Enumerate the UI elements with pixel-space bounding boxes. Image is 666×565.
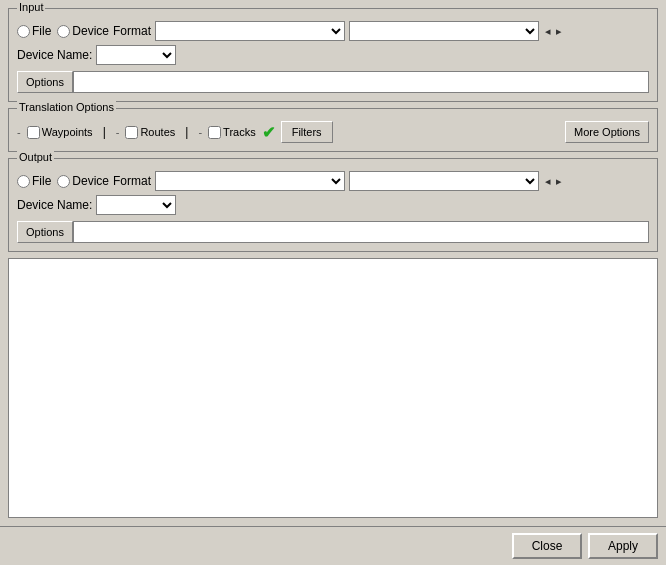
input-device-name-select[interactable] — [96, 45, 176, 65]
input-format-label: Format — [113, 24, 151, 38]
input-device-radio-label[interactable]: Device — [57, 24, 109, 38]
input-nav-arrows: ◂ ▸ — [543, 24, 564, 39]
routes-dash: - — [116, 126, 120, 138]
tracks-checkbox-label[interactable]: Tracks — [208, 126, 256, 139]
waypoints-checkbox[interactable] — [27, 126, 40, 139]
waypoints-label: Waypoints — [42, 126, 93, 138]
output-options-text[interactable] — [73, 221, 649, 243]
input-format-select-main[interactable] — [155, 21, 345, 41]
output-group-title: Output — [17, 151, 54, 163]
waypoints-dash: - — [17, 126, 21, 138]
output-nav-arrows: ◂ ▸ — [543, 174, 564, 189]
output-device-label: Device — [72, 174, 109, 188]
output-device-name-label: Device Name: — [17, 198, 92, 212]
tracks-checkbox[interactable] — [208, 126, 221, 139]
input-device-radio[interactable] — [57, 25, 70, 38]
input-source-radio-group: File Device — [17, 24, 109, 38]
output-nav-right-arrow[interactable]: ▸ — [554, 174, 564, 189]
output-source-radio-group: File Device — [17, 174, 109, 188]
filters-button[interactable]: Filters — [281, 121, 333, 143]
more-options-button[interactable]: More Options — [565, 121, 649, 143]
output-group: Output File Device Format ◂ — [8, 158, 658, 252]
waypoints-checkbox-label[interactable]: Waypoints — [27, 126, 93, 139]
output-options-button[interactable]: Options — [17, 221, 73, 243]
input-options-text[interactable] — [73, 71, 649, 93]
routes-label: Routes — [140, 126, 175, 138]
routes-checkbox-label[interactable]: Routes — [125, 126, 175, 139]
input-file-label: File — [32, 24, 51, 38]
checkmark-icon: ✔ — [262, 123, 275, 142]
tracks-dash: - — [198, 126, 202, 138]
input-file-radio-label[interactable]: File — [17, 24, 51, 38]
output-device-radio-label[interactable]: Device — [57, 174, 109, 188]
input-file-radio[interactable] — [17, 25, 30, 38]
output-format-label: Format — [113, 174, 151, 188]
translation-options-group: Translation Options - Waypoints | - Rout… — [8, 108, 658, 152]
input-device-name-label: Device Name: — [17, 48, 92, 62]
output-file-radio[interactable] — [17, 175, 30, 188]
input-options-button[interactable]: Options — [17, 71, 73, 93]
input-group: Input File Device Format ◂ ▸ — [8, 8, 658, 102]
output-file-label: File — [32, 174, 51, 188]
input-nav-right-arrow[interactable]: ▸ — [554, 24, 564, 39]
bottom-bar: Close Apply — [0, 526, 666, 565]
input-nav-left-arrow[interactable]: ◂ — [543, 24, 553, 39]
output-format-select-secondary[interactable] — [349, 171, 539, 191]
tracks-label: Tracks — [223, 126, 256, 138]
input-group-title: Input — [17, 1, 45, 13]
translation-options-title: Translation Options — [17, 101, 116, 113]
output-device-name-select[interactable] — [96, 195, 176, 215]
input-device-label: Device — [72, 24, 109, 38]
output-device-radio[interactable] — [57, 175, 70, 188]
input-format-select-secondary[interactable] — [349, 21, 539, 41]
output-format-select-main[interactable] — [155, 171, 345, 191]
output-nav-left-arrow[interactable]: ◂ — [543, 174, 553, 189]
log-area — [8, 258, 658, 518]
routes-checkbox[interactable] — [125, 126, 138, 139]
output-file-radio-label[interactable]: File — [17, 174, 51, 188]
close-button[interactable]: Close — [512, 533, 582, 559]
apply-button[interactable]: Apply — [588, 533, 658, 559]
